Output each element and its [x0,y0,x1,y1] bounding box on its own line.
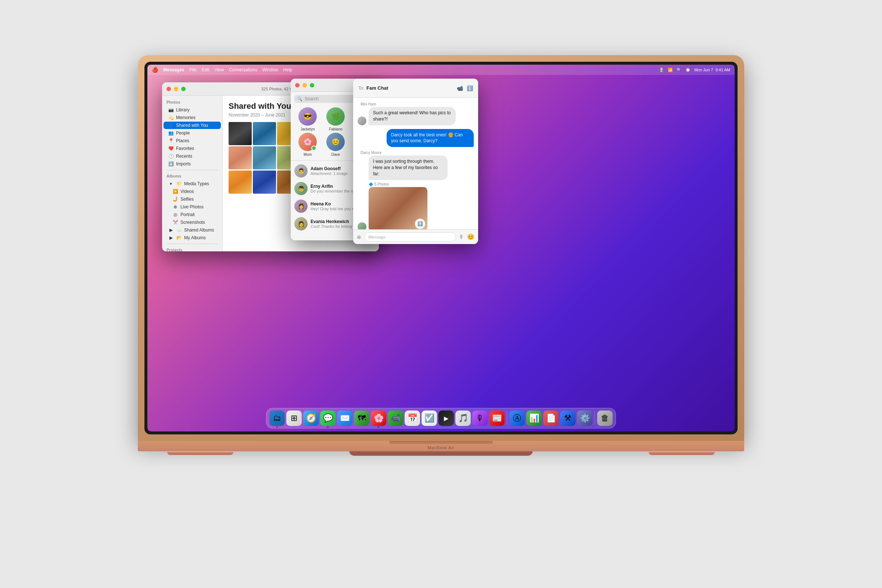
apple-menu-icon[interactable]: 🍎 [152,67,158,73]
sidebar-item-memories[interactable]: 💫 Memories [164,114,221,121]
messages-icon: 💬 [323,413,333,423]
imessage-input[interactable]: iMessage [364,232,456,242]
macbook-foot-left [167,452,233,455]
dock-icon-reminders[interactable]: ☑️ [422,411,437,426]
dock-icon-appstore[interactable]: Ⓐ [509,411,525,426]
dictation-icon[interactable]: 🎙 [459,234,464,240]
messages-maximize-button[interactable] [310,83,314,87]
datetime-display: Mon Jun 7 9:41 AM [694,68,730,72]
finder-icon: 🗂 [273,413,281,423]
dock-icon-xcode[interactable]: ⚒ [560,411,576,426]
photo-item[interactable] [253,122,276,145]
sidebar-item-people[interactable]: 👥 People [164,129,221,137]
pinned-contact-mom[interactable]: 🌸 Mom [297,133,319,156]
dock-icon-numbers[interactable]: 📊 [526,411,542,426]
msg-group-darcy: Darcy Moore I was just sorting through t… [358,151,474,230]
pinned-contact-dave[interactable]: 😊 Dave [324,133,346,156]
photo-item[interactable] [253,146,276,170]
sidebar-item-shared-with-you[interactable]: 👤 Shared with You [164,122,221,129]
avatar-heena: 👩 [294,200,308,213]
messages-minimize-button[interactable] [303,83,307,87]
sidebar-item-library[interactable]: 📷 Library [164,106,221,114]
siri-icon[interactable]: ⌚ [686,68,690,72]
dock-icon-mail[interactable]: ✉️ [337,411,352,426]
chat-recipient-name: Fam Chat [366,85,388,91]
dock-icon-pages[interactable]: 📄 [543,411,559,426]
sidebar-item-selfies[interactable]: 🤳 Selfies [164,195,221,203]
avatar-jackelyn: 😎 [298,107,317,126]
info-icon[interactable]: ℹ️ [467,85,473,91]
sidebar-divider-2 [166,244,218,244]
photo-item[interactable] [253,171,276,194]
search-menu-icon[interactable]: 🔍 [676,68,682,72]
sidebar-item-media-types[interactable]: ▾ 📁 Media Types [164,180,221,188]
imports-icon: ⬇️ [168,161,174,166]
podcasts-icon: 🎙 [476,413,484,423]
menu-help[interactable]: Help [284,67,292,72]
dock-icon-music[interactable]: 🎵 [455,411,471,426]
sidebar-label-screenshots: Screenshots [180,220,205,225]
dock-icon-system-preferences[interactable]: ⚙️ [577,411,592,426]
dock-icon-trash[interactable]: 🗑 [597,411,613,426]
recents-icon: 🕐 [168,154,174,159]
msg-name-adam: Adam Gooseff [310,166,340,171]
messages-close-button[interactable] [295,83,300,87]
wallpaper: 🍎 Messages File Edit View Conversations … [147,64,735,432]
photo-item[interactable] [229,122,252,145]
dock-icon-news[interactable]: 📰 [489,411,505,426]
avatar-fabiano: 🌿 [326,107,345,126]
sidebar-item-screenshots[interactable]: ✂️ Screenshots [164,219,221,226]
photo-item[interactable] [229,146,252,170]
dock-icon-finder[interactable]: 🗂 [269,411,285,426]
msg-name-heena: Heena Ko [310,201,331,207]
photo-attachment[interactable]: ⬆️ [369,187,428,230]
minimize-button[interactable] [174,87,178,91]
sidebar-item-favorites[interactable]: ❤️ Favorites [164,145,221,152]
dock-icon-calendar[interactable]: 📅 [405,411,420,426]
dock-icon-launchpad[interactable]: ⊞ [286,411,302,426]
bubble-darcy-1: I was just sorting through them. Here ar… [369,156,448,180]
trash-icon: 🗑 [601,413,609,423]
messages-running-dot [327,426,328,428]
menu-edit[interactable]: Edit [202,67,210,72]
facetime-icon[interactable]: 📹 [457,85,463,91]
dock-icon-maps[interactable]: 🗺 [354,411,369,426]
sidebar-item-shared-albums[interactable]: ▶ ☁️ Shared Albums [164,226,221,234]
share-button[interactable]: ⬆️ [415,219,425,229]
mini-avatar-darcy [358,222,366,230]
to-label: To: [358,86,364,91]
menu-file[interactable]: File [189,67,196,72]
sidebar-label-videos: Videos [180,189,194,194]
menu-view[interactable]: View [214,67,224,72]
app-name-menu[interactable]: Messages [163,67,184,72]
msg-group-sent-1: Darcy took all the best ones! 🍔 Can you … [358,129,474,147]
my-albums-chevron: ▶ [168,235,174,240]
emoji-button[interactable]: 😊 [467,233,474,240]
sidebar-label-portrait: Portrait [180,212,195,217]
sidebar-item-videos[interactable]: ▶️ Videos [164,188,221,195]
sidebar-item-recents[interactable]: 🕐 Recents [164,153,221,160]
menu-window[interactable]: Window [262,67,278,72]
dock-icon-photos[interactable]: 🌸 [371,411,386,426]
close-button[interactable] [166,87,171,91]
dock-icon-facetime[interactable]: 📹 [388,411,403,426]
system-preferences-icon: ⚙️ [580,413,590,423]
sidebar-item-live-photos[interactable]: ⊕ Live Photos [164,203,221,211]
chat-titlebar: To: Fam Chat 📹 ℹ️ [353,79,478,98]
sidebar-item-places[interactable]: 📍 Places [164,137,221,144]
pinned-contact-jackelyn[interactable]: 😎 Jackelyn [297,107,319,131]
sidebar-item-imports[interactable]: ⬇️ Imports [164,160,221,168]
menu-conversations[interactable]: Conversations [229,67,257,72]
dock-icon-messages[interactable]: 💬 [320,411,336,426]
dock-icon-safari[interactable]: 🧭 [303,411,319,426]
dock-icon-appletv[interactable]: ▶ [438,411,454,426]
sender-name-darcy: Darcy Moore [358,151,474,155]
dock-icon-podcasts[interactable]: 🎙 [472,411,488,426]
pinned-contact-fabiano[interactable]: 🌿 Fabiano [324,107,346,131]
sender-name-miniham: Mini Ham [358,102,474,106]
maximize-button[interactable] [181,87,186,91]
sidebar-item-portrait[interactable]: ◎ Portrait [164,211,221,218]
sidebar-item-my-albums[interactable]: ▶ 📂 My Albums [164,234,221,242]
chat-apps-icon[interactable]: ⊕ [357,234,361,240]
photo-item[interactable] [229,171,252,194]
